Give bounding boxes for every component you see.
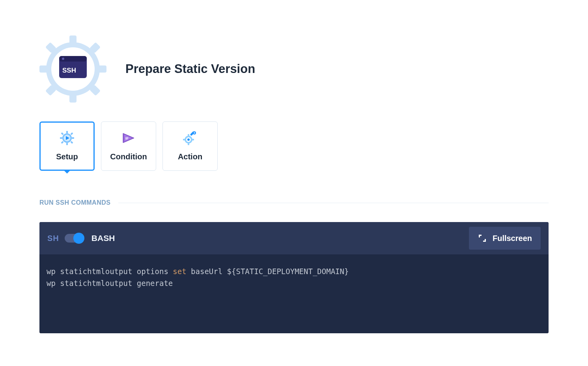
wrench-gear-icon [183,131,197,145]
toggle-knob [73,233,84,244]
page-title: Prepare Static Version [125,62,255,76]
svg-rect-30 [188,134,189,136]
editor-toolbar: SH BASH Fullscreen [39,222,549,254]
code-editor: SH BASH Fullscreen wp statichtmloutput o… [39,222,549,333]
svg-point-12 [62,58,64,60]
shell-mode-toggle[interactable] [65,234,84,243]
ssh-badge-label: SSH [62,67,76,74]
svg-point-29 [187,138,190,141]
tab-label: Action [178,152,202,161]
svg-rect-32 [183,139,185,140]
svg-rect-31 [188,143,189,145]
svg-text:IF: IF [125,136,129,140]
svg-rect-22 [61,141,63,144]
tab-action[interactable]: Action [162,121,218,171]
fullscreen-label: Fullscreen [493,234,532,243]
section-divider [118,203,549,203]
svg-rect-5 [98,65,106,73]
tab-setup[interactable]: Setup [39,121,95,171]
header-row: SSH Prepare Static Version [39,35,549,103]
fullscreen-icon [478,233,487,243]
svg-rect-18 [60,137,62,139]
tabs-row: Setup IF Condition [39,121,549,171]
svg-rect-21 [70,132,73,135]
fullscreen-button[interactable]: Fullscreen [469,227,541,250]
svg-rect-33 [192,139,194,140]
tab-label: Condition [110,152,147,161]
svg-rect-23 [70,141,73,144]
svg-rect-16 [66,131,68,133]
section-header: RUN SSH COMMANDS [39,199,549,206]
svg-rect-17 [66,143,68,145]
editor-body[interactable]: wp statichtmloutput options set baseUrl … [39,254,549,333]
svg-point-36 [194,132,195,133]
ssh-action-badge: SSH [39,35,106,103]
section-title: RUN SSH COMMANDS [39,199,110,206]
gear-play-icon [60,131,74,145]
svg-rect-3 [69,94,77,103]
code-line: wp statichtmloutput generate [47,277,541,289]
svg-rect-2 [69,35,77,44]
svg-rect-19 [72,137,74,139]
bash-mode-label: BASH [91,233,115,243]
tab-condition[interactable]: IF Condition [101,121,156,171]
code-line: wp statichtmloutput options set baseUrl … [47,265,541,277]
if-triangle-icon: IF [121,131,136,145]
svg-rect-20 [61,132,63,135]
gear-icon: SSH [39,35,106,103]
tab-label: Setup [56,152,78,161]
svg-rect-4 [39,65,48,73]
sh-mode-label: SH [47,234,59,243]
